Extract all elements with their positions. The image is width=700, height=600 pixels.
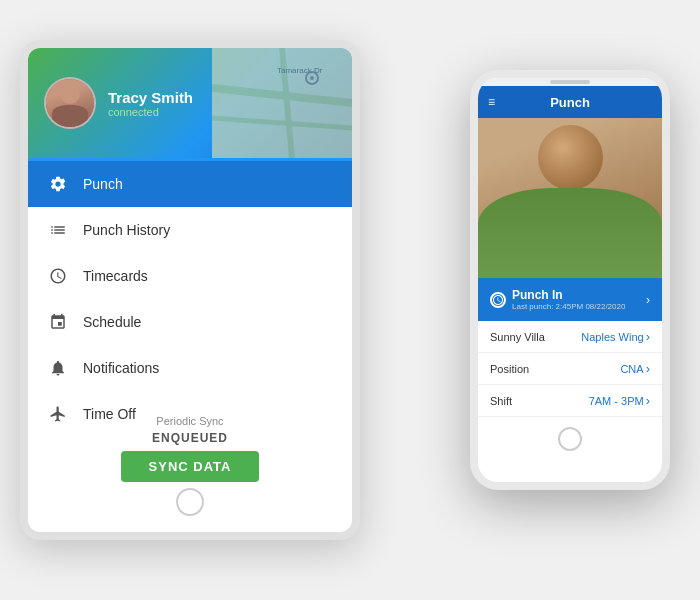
info-row-shift[interactable]: Shift 7AM - 3PM › <box>478 385 662 417</box>
info-row-location[interactable]: Sunny Villa Naples Wing › <box>478 321 662 353</box>
info-row-location-label: Sunny Villa <box>490 331 545 343</box>
map-overlay: Tamarack Dr <box>212 48 352 158</box>
clock-icon <box>47 265 69 287</box>
punch-sub-label: Last punch: 2:45PM 08/22/2020 <box>512 302 625 311</box>
list-icon <box>47 219 69 241</box>
svg-point-5 <box>310 76 314 80</box>
punch-in-label: Punch In <box>512 288 625 302</box>
tablet-device: Tamarack Dr Tracy Smith connected <box>20 40 360 540</box>
nav-item-timecards[interactable]: Timecards <box>28 253 352 299</box>
punch-in-button[interactable]: Punch In Last punch: 2:45PM 08/22/2020 › <box>478 278 662 321</box>
tablet-nav: Punch Punch History Timecards Schedule <box>28 161 352 437</box>
nav-item-punch[interactable]: Punch <box>28 161 352 207</box>
menu-icon[interactable]: ≡ <box>488 95 495 109</box>
bell-icon <box>47 357 69 379</box>
scene: Tamarack Dr Tracy Smith connected <box>20 20 680 580</box>
phone-avatar <box>478 118 662 278</box>
info-row-position-label: Position <box>490 363 529 375</box>
sync-status: ENQUEUED <box>28 431 352 445</box>
user-name: Tracy Smith <box>108 89 193 106</box>
phone-header: ≡ Punch <box>478 86 662 118</box>
sync-data-button[interactable]: SYNC DATA <box>121 451 260 482</box>
svg-text:Tamarack Dr: Tamarack Dr <box>277 66 323 75</box>
user-status: connected <box>108 106 193 118</box>
nav-item-punch-history[interactable]: Punch History <box>28 207 352 253</box>
info-row-shift-value: 7AM - 3PM › <box>589 393 650 408</box>
info-row-location-value: Naples Wing › <box>581 329 650 344</box>
user-info: Tracy Smith connected <box>108 89 193 118</box>
tablet-header: Tamarack Dr Tracy Smith connected <box>28 48 352 158</box>
nav-label-punch: Punch <box>83 176 123 192</box>
info-row-shift-label: Shift <box>490 395 512 407</box>
phone-speaker <box>550 80 590 84</box>
nav-label-schedule: Schedule <box>83 314 141 330</box>
nav-label-punch-history: Punch History <box>83 222 170 238</box>
punch-clock-icon <box>490 292 506 308</box>
punch-in-info: Punch In Last punch: 2:45PM 08/22/2020 <box>512 288 625 311</box>
nav-item-notifications[interactable]: Notifications <box>28 345 352 391</box>
sync-text: Periodic Sync <box>28 415 352 427</box>
camera-icon <box>47 173 69 195</box>
avatar <box>44 77 96 129</box>
info-row-position[interactable]: Position CNA › <box>478 353 662 385</box>
tablet-home-button[interactable] <box>176 488 204 516</box>
nav-label-notifications: Notifications <box>83 360 159 376</box>
punch-chevron-icon: › <box>646 293 650 307</box>
info-row-position-value: CNA › <box>620 361 650 376</box>
calendar-icon <box>47 311 69 333</box>
phone-home-button[interactable] <box>558 427 582 451</box>
phone-title: Punch <box>550 95 590 110</box>
nav-label-timecards: Timecards <box>83 268 148 284</box>
phone-notch <box>478 78 662 86</box>
punch-in-left: Punch In Last punch: 2:45PM 08/22/2020 <box>490 288 625 311</box>
phone-device: ≡ Punch Punch In Last punch: 2:45PM 08/2… <box>470 70 670 490</box>
nav-item-schedule[interactable]: Schedule <box>28 299 352 345</box>
phone-photo <box>478 118 662 278</box>
tablet-footer: Periodic Sync ENQUEUED SYNC DATA <box>28 415 352 516</box>
